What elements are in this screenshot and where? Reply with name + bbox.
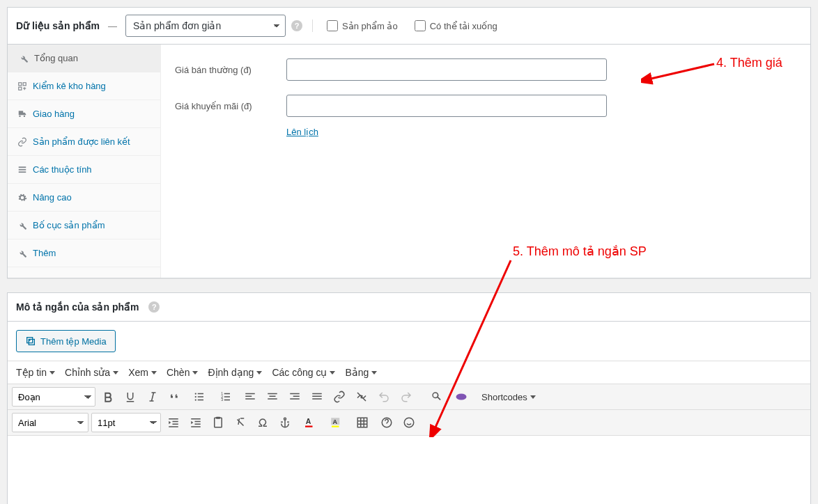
underline-button[interactable]: [121, 387, 140, 407]
annotation-5: 5. Thêm mô tả ngắn SP: [513, 244, 647, 259]
regular-price-label: Giá bán thường (đ): [175, 65, 286, 75]
help-icon[interactable]: ?: [148, 301, 160, 313]
align-justify-button[interactable]: [307, 387, 327, 407]
svg-rect-30: [312, 398, 322, 400]
indent-button[interactable]: [186, 413, 206, 432]
shortcodes-button[interactable]: Shortcodes: [476, 387, 541, 407]
numbered-list-button[interactable]: 123: [214, 387, 238, 407]
bg-color-button[interactable]: A: [324, 413, 348, 432]
svg-point-6: [29, 340, 31, 341]
downloadable-label: Có thể tải xuống: [430, 21, 497, 31]
svg-rect-33: [173, 421, 178, 423]
find-replace-button[interactable]: [427, 387, 447, 407]
svg-rect-22: [268, 393, 277, 395]
add-media-button[interactable]: Thêm tệp Media: [16, 330, 116, 352]
anchor-button[interactable]: [275, 413, 295, 432]
help-icon[interactable]: ?: [291, 20, 302, 31]
svg-rect-36: [191, 418, 201, 420]
tab-label: Nâng cao: [33, 192, 72, 203]
list-icon: [17, 165, 27, 175]
svg-rect-39: [191, 426, 201, 427]
svg-point-50: [404, 418, 414, 427]
menu-tools[interactable]: Các công cụ: [272, 367, 335, 378]
blockquote-button[interactable]: [165, 387, 185, 407]
product-type-select[interactable]: Sản phẩm đơn giản: [125, 15, 286, 37]
unlink-button[interactable]: [352, 387, 371, 407]
svg-rect-3: [19, 166, 26, 168]
format-select[interactable]: Đoạn: [12, 387, 95, 407]
svg-rect-34: [173, 424, 178, 425]
caret-icon: [371, 371, 377, 375]
tab-linked[interactable]: Sản phẩm được liên kết: [8, 128, 160, 156]
menu-view[interactable]: Xem: [128, 367, 157, 378]
table-button[interactable]: [350, 413, 374, 432]
font-family-select[interactable]: Arial: [12, 413, 88, 432]
tab-layout[interactable]: Bố cục sản phẩm: [8, 212, 160, 239]
downloadable-checkbox-wrap[interactable]: Có thể tải xuống: [415, 20, 497, 31]
title-dash: —: [108, 21, 117, 31]
italic-button[interactable]: [143, 387, 162, 407]
svg-rect-1: [23, 82, 26, 85]
svg-rect-26: [293, 396, 300, 397]
menu-edit[interactable]: Chỉnh sửa: [65, 367, 118, 378]
schedule-link[interactable]: Lên lịch: [286, 127, 796, 137]
bullet-list-button[interactable]: [187, 387, 211, 407]
menu-file[interactable]: Tệp tin: [16, 367, 55, 378]
svg-rect-29: [312, 396, 322, 397]
svg-rect-2: [19, 87, 22, 90]
svg-point-7: [195, 393, 196, 394]
menu-format[interactable]: Định dạng: [208, 367, 262, 378]
clear-format-button[interactable]: [231, 413, 250, 432]
svg-point-31: [456, 394, 467, 400]
downloadable-checkbox[interactable]: [415, 20, 426, 31]
svg-rect-38: [195, 424, 201, 425]
tab-advanced[interactable]: Nâng cao: [8, 184, 160, 212]
tab-inventory[interactable]: Kiểm kê kho hàng: [8, 72, 160, 100]
paste-text-button[interactable]: [208, 413, 228, 432]
editor-toolbar-1: Đoạn 123 Shortcodes: [8, 384, 810, 409]
svg-rect-5: [19, 171, 26, 173]
align-center-button[interactable]: [263, 387, 282, 407]
font-size-select[interactable]: 11pt: [91, 413, 161, 432]
link-button[interactable]: [330, 387, 349, 407]
outdent-button[interactable]: [164, 413, 183, 432]
svg-text:A: A: [306, 417, 311, 425]
woo-button[interactable]: [449, 387, 473, 407]
menu-table[interactable]: Bảng: [345, 367, 377, 378]
product-data-panel: Dữ liệu sản phẩm — Sản phẩm đơn giản ? S…: [7, 7, 811, 278]
tab-label: Sản phẩm được liên kết: [33, 136, 130, 147]
regular-price-input[interactable]: [286, 58, 607, 81]
align-right-button[interactable]: [285, 387, 304, 407]
tab-shipping[interactable]: Giao hàng: [8, 100, 160, 128]
menu-insert[interactable]: Chèn: [167, 367, 198, 378]
special-char-button[interactable]: [253, 413, 272, 432]
editor-content[interactable]: [8, 435, 810, 504]
text-color-button[interactable]: A: [298, 413, 321, 432]
svg-rect-24: [268, 398, 277, 400]
tab-more[interactable]: Thêm: [8, 239, 160, 267]
bold-button[interactable]: [98, 387, 118, 407]
tab-label: Giao hàng: [33, 109, 75, 119]
undo-button[interactable]: [374, 387, 394, 407]
inventory-icon: [17, 81, 27, 91]
svg-rect-4: [19, 168, 26, 170]
svg-rect-20: [245, 396, 252, 397]
svg-rect-44: [305, 426, 313, 427]
general-fields: Giá bán thường (đ) Giá khuyến mãi (đ) Lê…: [161, 45, 810, 278]
svg-rect-10: [198, 393, 203, 395]
svg-rect-11: [198, 396, 203, 397]
emoji-button[interactable]: [399, 413, 419, 432]
sale-price-input[interactable]: [286, 95, 607, 117]
tab-attributes[interactable]: Các thuộc tính: [8, 156, 160, 184]
product-data-title: Dữ liệu sản phẩm: [16, 20, 100, 31]
virtual-checkbox[interactable]: [327, 20, 338, 31]
virtual-checkbox-wrap[interactable]: Sản phẩm ảo: [327, 20, 398, 31]
align-left-button[interactable]: [240, 387, 260, 407]
help-button[interactable]: [377, 413, 396, 432]
tab-general[interactable]: Tổng quan: [8, 45, 160, 72]
tab-label: Các thuộc tính: [33, 164, 92, 175]
svg-rect-23: [270, 396, 276, 397]
tab-label: Bố cục sản phẩm: [33, 220, 105, 230]
gear-icon: [17, 193, 27, 203]
redo-button[interactable]: [396, 387, 416, 407]
